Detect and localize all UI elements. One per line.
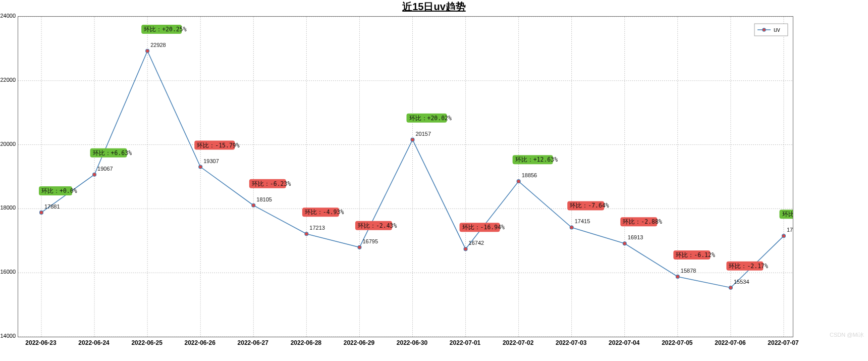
svg-text:环比：+20.02%: 环比：+20.02% xyxy=(409,115,452,122)
x-tick-label: 2022-06-26 xyxy=(185,339,215,346)
data-point xyxy=(570,226,573,229)
x-tick-label: 2022-07-07 xyxy=(768,339,798,346)
y-tick-label: 14000 xyxy=(0,333,16,339)
value-label: 15878 xyxy=(681,268,696,274)
svg-text:环比：-7.64%: 环比：-7.64% xyxy=(570,202,609,209)
value-label: 17149 xyxy=(787,227,793,233)
svg-text:环比：+6.63%: 环比：+6.63% xyxy=(93,149,132,157)
svg-point-53 xyxy=(763,28,766,31)
pct-badge: 环比：-4.93% xyxy=(302,208,344,217)
value-label: 17415 xyxy=(575,218,590,224)
y-tick-label: 16000 xyxy=(0,269,16,275)
chart-container: 近15日uv趋势 1788119067229281930718105172131… xyxy=(0,0,868,361)
pct-badge: 环比：+20.02% xyxy=(407,114,452,123)
chart-title: 近15日uv趋势 xyxy=(402,0,466,14)
grid xyxy=(18,17,793,337)
svg-text:环比：+20.25%: 环比：+20.25% xyxy=(144,26,187,33)
svg-text:环比：-6.12%: 环比：-6.12% xyxy=(676,251,715,259)
data-point xyxy=(40,211,43,214)
data-point xyxy=(358,245,361,249)
svg-text:环比：-6.23%: 环比：-6.23% xyxy=(252,180,291,187)
data-point xyxy=(93,173,96,176)
value-label: 19307 xyxy=(203,158,219,164)
x-tick-label: 2022-06-27 xyxy=(238,339,268,346)
value-label: 19067 xyxy=(97,166,113,172)
x-tick-label: 2022-06-24 xyxy=(78,339,109,346)
x-tick-label: 2022-06-28 xyxy=(291,339,321,346)
data-point xyxy=(729,286,732,289)
pct-badge: 环比：-16.94% xyxy=(460,223,505,232)
value-label: 16795 xyxy=(362,238,378,244)
value-label: 16913 xyxy=(628,234,643,240)
pct-badge: 环比：+10.4% xyxy=(780,210,793,219)
pct-badge: 环比：-6.23% xyxy=(249,179,291,188)
data-point xyxy=(199,165,202,169)
svg-text:环比：-2.88%: 环比：-2.88% xyxy=(623,218,662,225)
chart-svg: 1788119067229281930718105172131679520157… xyxy=(18,17,793,337)
svg-text:环比：+10.4%: 环比：+10.4% xyxy=(782,211,793,218)
legend: uv xyxy=(754,24,788,36)
value-label: 17881 xyxy=(44,203,60,210)
x-tick-label: 2022-07-01 xyxy=(450,339,480,346)
value-label: 16742 xyxy=(469,240,484,246)
svg-text:环比：-15.79%: 环比：-15.79% xyxy=(197,142,240,149)
pct-badge: 环比：-15.79% xyxy=(194,141,240,150)
pct-badge: 环比：+0.0% xyxy=(39,186,77,195)
value-label: 20157 xyxy=(416,131,431,137)
legend-label: uv xyxy=(774,26,780,33)
data-point xyxy=(252,203,255,207)
plot-area: 1788119067229281930718105172131679520157… xyxy=(18,16,793,337)
data-point xyxy=(517,180,520,183)
data-point xyxy=(623,242,626,245)
svg-text:环比：-16.94%: 环比：-16.94% xyxy=(462,224,505,231)
x-tick-label: 2022-06-30 xyxy=(397,339,427,346)
value-label: 17213 xyxy=(309,225,325,231)
data-point xyxy=(411,138,414,141)
x-tick-label: 2022-07-05 xyxy=(662,339,692,346)
value-label: 22928 xyxy=(150,42,166,48)
data-point xyxy=(305,232,308,236)
x-tick-label: 2022-07-06 xyxy=(715,339,745,346)
y-tick-label: 22000 xyxy=(0,77,16,83)
pct-badge: 环比：-7.64% xyxy=(567,201,609,210)
pct-badge: 环比：-2.88% xyxy=(620,217,662,226)
pct-badge: 环比：-6.12% xyxy=(673,250,715,260)
svg-text:环比：+12.63%: 环比：+12.63% xyxy=(515,156,558,163)
watermark: CSDN @Mi冰 xyxy=(830,331,864,339)
series-line xyxy=(41,51,784,288)
data-point xyxy=(782,234,786,238)
y-tick-label: 20000 xyxy=(0,141,16,147)
value-label: 15534 xyxy=(734,279,749,285)
x-tick-label: 2022-06-29 xyxy=(344,339,374,346)
x-tick-label: 2022-07-03 xyxy=(556,339,586,346)
x-tick-label: 2022-06-25 xyxy=(131,339,162,346)
pct-badge: 环比：+20.25% xyxy=(141,25,187,34)
pct-badge: 环比：-2.43% xyxy=(355,221,397,230)
pct-badge: 环比：-2.17% xyxy=(726,262,768,271)
data-point xyxy=(676,275,679,278)
svg-text:环比：-2.17%: 环比：-2.17% xyxy=(729,263,768,270)
x-tick-label: 2022-07-02 xyxy=(503,339,533,346)
x-tick-label: 2022-07-04 xyxy=(609,339,639,346)
svg-text:环比：-2.43%: 环比：-2.43% xyxy=(358,222,397,229)
x-tick-label: 2022-06-23 xyxy=(25,339,56,346)
y-tick-label: 18000 xyxy=(0,204,16,211)
data-point xyxy=(146,49,149,53)
data-point xyxy=(464,247,467,251)
y-tick-label: 24000 xyxy=(0,13,16,19)
value-label: 18856 xyxy=(522,172,537,178)
pct-badge: 环比：+12.63% xyxy=(513,155,558,164)
svg-text:环比：-4.93%: 环比：-4.93% xyxy=(305,209,344,216)
pct-badge: 环比：+6.63% xyxy=(90,148,132,158)
svg-text:环比：+0.0%: 环比：+0.0% xyxy=(41,187,77,194)
value-label: 18105 xyxy=(256,196,272,202)
